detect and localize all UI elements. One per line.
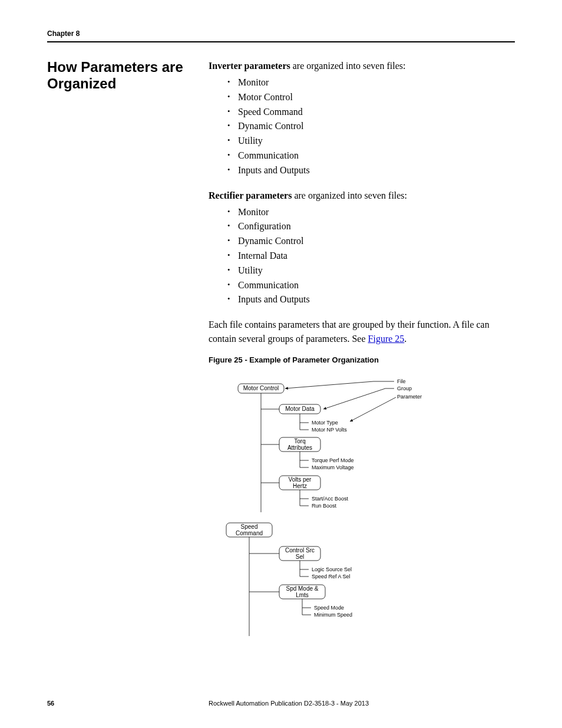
inverter-intro-rest: are organized into seven files: xyxy=(290,61,406,71)
svg-text:Command: Command xyxy=(236,530,263,536)
figure-link[interactable]: Figure 25 xyxy=(368,334,405,344)
param-node: Minimum Speed xyxy=(314,612,352,618)
figure-caption: Figure 25 - Example of Parameter Organiz… xyxy=(209,354,515,366)
list-item: Dynamic Control xyxy=(227,234,515,249)
main-content: How Parameters are Organized Inverter pa… xyxy=(47,59,515,654)
group-node: Motor Data xyxy=(285,406,315,412)
svg-line-3 xyxy=(323,388,385,409)
rectifier-list: Monitor Configuration Dynamic Control In… xyxy=(209,205,515,308)
svg-text:Control Src: Control Src xyxy=(285,547,315,554)
inverter-intro: Inverter parameters are organized into s… xyxy=(209,59,515,73)
page-footer: 56 Rockwell Automation Publication D2-35… xyxy=(47,700,515,707)
legend-parameter: Parameter xyxy=(397,394,422,400)
right-column: Inverter parameters are organized into s… xyxy=(209,59,515,654)
list-item: Communication xyxy=(227,149,515,163)
rectifier-intro: Rectifier parameters are organized into … xyxy=(209,189,515,203)
page-number: 56 xyxy=(47,700,194,707)
svg-line-2 xyxy=(285,381,373,388)
list-item: Inputs and Outputs xyxy=(227,292,515,307)
closing-before: Each file contains parameters that are g… xyxy=(209,319,490,344)
diagram-svg: File Group Parameter Motor Control Motor… xyxy=(220,377,432,654)
param-node: Speed Ref A Sel xyxy=(312,574,351,579)
param-node: Run Boost xyxy=(312,503,337,509)
legend-file: File xyxy=(397,378,406,384)
list-item: Utility xyxy=(227,134,515,149)
svg-text:Sel: Sel xyxy=(296,554,304,560)
left-column: How Parameters are Organized xyxy=(47,59,194,654)
list-item: Motor Control xyxy=(227,90,515,105)
list-item: Dynamic Control xyxy=(227,119,515,134)
param-node: Start/Acc Boost xyxy=(312,496,349,502)
list-item: Utility xyxy=(227,263,515,278)
publication-info: Rockwell Automation Publication D2-3518-… xyxy=(194,700,515,707)
param-node: Logic Source Sel xyxy=(312,566,352,572)
list-item: Communication xyxy=(227,278,515,293)
rectifier-intro-bold: Rectifier parameters xyxy=(209,190,292,200)
section-title: How Parameters are Organized xyxy=(47,59,194,91)
svg-line-4 xyxy=(350,397,396,421)
inverter-list: Monitor Motor Control Speed Command Dyna… xyxy=(209,75,515,178)
list-item: Monitor xyxy=(227,75,515,90)
inverter-intro-bold: Inverter parameters xyxy=(209,61,290,71)
parameter-organization-diagram: File Group Parameter Motor Control Motor… xyxy=(220,377,515,654)
legend-group: Group xyxy=(397,386,412,391)
list-item: Inputs and Outputs xyxy=(227,163,515,178)
chapter-label: Chapter 8 xyxy=(47,29,515,38)
list-item: Speed Command xyxy=(227,105,515,120)
list-item: Configuration xyxy=(227,219,515,234)
svg-text:Lmts: Lmts xyxy=(296,592,309,598)
svg-text:Torq: Torq xyxy=(294,438,305,444)
list-item: Monitor xyxy=(227,205,515,220)
file-node: Motor Control xyxy=(243,385,279,391)
svg-text:Spd Mode &: Spd Mode & xyxy=(286,585,318,592)
svg-text:Volts per: Volts per xyxy=(289,476,312,483)
param-node: Speed Mode xyxy=(314,605,344,611)
svg-text:Speed: Speed xyxy=(241,523,258,530)
closing-after: . xyxy=(404,334,406,344)
closing-paragraph: Each file contains parameters that are g… xyxy=(209,318,515,346)
svg-text:Attributes: Attributes xyxy=(287,444,312,451)
header-rule xyxy=(47,41,515,42)
param-node: Maximum Voltage xyxy=(312,465,354,470)
svg-text:Hertz: Hertz xyxy=(293,483,307,489)
rectifier-intro-rest: are organized into seven files: xyxy=(292,190,407,200)
list-item: Internal Data xyxy=(227,249,515,263)
param-node: Motor NP Volts xyxy=(312,427,347,433)
param-node: Motor Type xyxy=(312,420,338,426)
param-node: Torque Perf Mode xyxy=(312,457,354,463)
